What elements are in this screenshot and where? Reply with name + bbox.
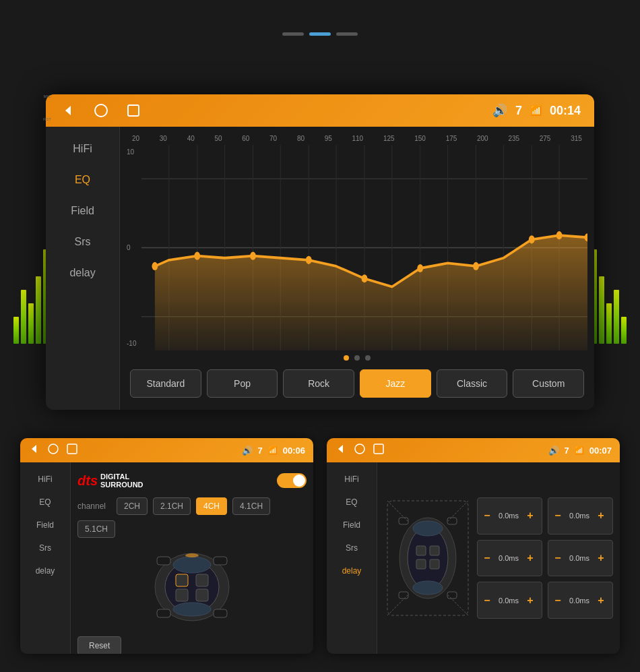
dts-header-status: 🔊 7 📶 00:06: [242, 446, 305, 456]
eq-curve-svg: [141, 145, 587, 350]
dts-panel-header: 🔊 7 📶 00:06: [20, 438, 313, 462]
delay-tl-plus[interactable]: +: [525, 510, 536, 522]
delay-sidebar-eq[interactable]: EQ: [327, 491, 377, 514]
channel-21ch[interactable]: 2.1CH: [153, 497, 191, 515]
dts-sidebar-eq[interactable]: EQ: [20, 491, 70, 514]
delay-tl-minus[interactable]: −: [482, 510, 492, 522]
sidebar-item-eq[interactable]: EQ: [46, 164, 119, 195]
dts-sidebar-delay[interactable]: delay: [20, 559, 70, 582]
eq-chart-area: 10 0 -10: [127, 145, 587, 350]
header-nav: [59, 101, 143, 120]
delay-back-btn[interactable]: [335, 443, 347, 458]
svg-rect-49: [374, 444, 383, 454]
svg-rect-56: [447, 518, 457, 524]
dts-toggle[interactable]: [277, 473, 307, 488]
delay-sidebar-hifi[interactable]: HiFi: [327, 468, 377, 491]
freq-labels: 20 30 40 50 60 70 80 95 110 125 150 175 …: [127, 133, 587, 144]
delay-menu-btn[interactable]: [373, 443, 385, 458]
preset-standard[interactable]: Standard: [130, 369, 201, 398]
delay-panel: 🔊 7 📶 00:07 HiFi EQ Field Srs delay: [327, 438, 620, 654]
svg-rect-38: [157, 557, 170, 565]
sidebar-item-hifi[interactable]: HiFi: [46, 133, 119, 164]
svg-point-26: [417, 264, 423, 272]
svg-point-52: [408, 527, 448, 589]
delay-br-plus[interactable]: +: [596, 594, 606, 607]
channel-label: channel: [77, 501, 111, 511]
back-button[interactable]: [59, 101, 78, 120]
svg-rect-41: [214, 609, 227, 617]
channel-51ch[interactable]: 5.1CH: [77, 520, 115, 538]
svg-point-54: [413, 581, 443, 594]
delay-br-minus[interactable]: −: [552, 594, 563, 607]
dts-back-btn[interactable]: [28, 443, 40, 458]
channel-4ch[interactable]: 4CH: [196, 497, 227, 515]
svg-line-65: [387, 595, 408, 615]
dts-sidebar-field[interactable]: Field: [20, 514, 70, 537]
svg-point-25: [362, 274, 368, 282]
chart-dot-1[interactable]: [344, 355, 349, 361]
chart-dot-3[interactable]: [365, 355, 371, 361]
home-button[interactable]: [92, 101, 110, 120]
preset-pop[interactable]: Pop: [207, 369, 278, 398]
menu-button[interactable]: [124, 101, 143, 120]
svg-point-23: [250, 252, 256, 260]
chart-dot-2[interactable]: [354, 355, 360, 361]
svg-point-24: [306, 256, 312, 264]
svg-rect-39: [214, 557, 227, 565]
channel-41ch[interactable]: 4.1CH: [232, 497, 270, 515]
dts-sidebar-srs[interactable]: Srs: [20, 537, 70, 559]
dts-header-nav: [28, 443, 78, 458]
rst-label: RST: [42, 117, 53, 121]
device-header: 🔊 7 📶 00:14: [46, 94, 594, 127]
delay-sidebar-field[interactable]: Field: [327, 514, 377, 537]
delay-bl-plus[interactable]: +: [525, 594, 536, 607]
delay-sidebar-srs[interactable]: Srs: [327, 537, 377, 559]
svg-marker-47: [338, 445, 343, 453]
svg-point-37: [173, 603, 211, 616]
dts-menu-btn[interactable]: [66, 443, 78, 458]
page-dot-2[interactable]: [309, 32, 331, 36]
preset-classic[interactable]: Classic: [437, 369, 508, 398]
preset-custom[interactable]: Custom: [513, 369, 584, 398]
dts-sidebar-hifi[interactable]: HiFi: [20, 468, 70, 491]
page-dot-3[interactable]: [336, 32, 358, 36]
delay-mr-plus[interactable]: +: [596, 552, 606, 564]
dts-time: 00:06: [283, 446, 305, 456]
svg-rect-33: [67, 444, 77, 454]
delay-sidebar-delay[interactable]: delay: [327, 559, 377, 582]
sidebar-item-field[interactable]: Field: [46, 195, 119, 226]
dts-home-btn[interactable]: [47, 443, 59, 458]
preset-rock[interactable]: Rock: [283, 369, 354, 398]
sidebar-item-srs[interactable]: Srs: [46, 226, 119, 257]
delay-mr-minus[interactable]: −: [552, 552, 563, 564]
svg-marker-0: [65, 106, 71, 115]
delay-signal-icon: 📶: [575, 446, 584, 455]
delay-volume-level: 7: [565, 446, 569, 456]
delay-car-center: [384, 497, 472, 619]
toggle-knob: [293, 475, 305, 487]
svg-rect-61: [416, 559, 426, 569]
reset-button[interactable]: Reset: [77, 636, 121, 654]
preset-jazz[interactable]: Jazz: [360, 369, 431, 398]
delay-mr-value: 0.0ms: [566, 554, 593, 562]
dts-logo-row: dts DIGITAL SURROUND: [77, 469, 307, 492]
channel-2ch[interactable]: 2CH: [117, 497, 148, 515]
svg-point-46: [185, 553, 199, 557]
delay-bl-minus[interactable]: −: [482, 594, 492, 607]
svg-rect-55: [399, 518, 408, 524]
dts-sidebar: HiFi EQ Field Srs delay: [20, 462, 71, 654]
delay-tr-plus[interactable]: +: [596, 510, 606, 522]
delay-ml-minus[interactable]: −: [482, 552, 492, 564]
sidebar-item-delay[interactable]: delay: [46, 257, 119, 288]
delay-home-btn[interactable]: [354, 443, 366, 458]
page-dot-1[interactable]: [282, 32, 304, 36]
dts-text: dts: [77, 473, 98, 489]
svg-rect-62: [430, 559, 439, 569]
main-sidebar: HiFi EQ Field Srs delay: [46, 127, 120, 410]
svg-point-27: [473, 262, 479, 270]
dts-logo: dts DIGITAL SURROUND: [77, 472, 143, 489]
delay-tr-minus[interactable]: −: [552, 510, 563, 522]
svg-point-21: [152, 262, 158, 270]
delay-ml-plus[interactable]: +: [525, 552, 536, 564]
volume-level: 7: [515, 104, 522, 118]
